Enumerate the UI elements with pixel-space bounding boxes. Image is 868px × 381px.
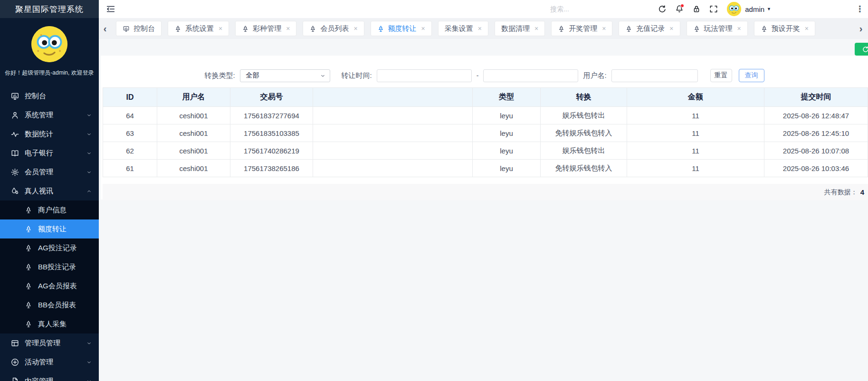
sidebar: 聚星国际管理系统 你好！超级管理员-admin, 欢迎登录 控制台 系统管理 数…: [0, 0, 99, 381]
table-cell: 娱乐钱包转出: [541, 142, 627, 160]
table-cell: 2025-08-26 10:07:08: [764, 142, 868, 160]
tree-icon: [25, 225, 32, 233]
tabs-scroll-left-button[interactable]: ‹: [99, 23, 111, 34]
sidebar-item-label: 内容管理: [25, 377, 53, 381]
table-cell: 62: [103, 142, 157, 160]
sidebar-subitem-label: BB会员报表: [38, 301, 76, 310]
transfer-type-label: 转换类型:: [204, 71, 235, 80]
tab-dashboard[interactable]: 控制台: [116, 21, 162, 36]
transfer-type-selected-value: 全部: [246, 71, 259, 80]
sidebar-item-admin-management[interactable]: 管理员管理: [0, 333, 99, 352]
sidebar-subitem-ag-bet-records[interactable]: AG投注记录: [0, 238, 99, 257]
sidebar-subitem-ag-member-report[interactable]: AG会员报表: [0, 276, 99, 295]
tab-label: 开奖管理: [569, 24, 597, 33]
transfer-time-start-input[interactable]: [377, 69, 472, 82]
sidebar-item-member-management[interactable]: 会员管理: [0, 162, 99, 181]
username-input[interactable]: [611, 69, 698, 82]
reset-button[interactable]: 重置: [710, 69, 732, 82]
close-icon[interactable]: ×: [737, 25, 741, 32]
table-row: 62 ceshi001 17561740286219 leyu 娱乐钱包转出 1…: [103, 142, 868, 160]
sidebar-subitem-label: 真人采集: [38, 320, 67, 329]
more-options-button[interactable]: ⋮: [856, 5, 864, 13]
table-row: 64 ceshi001 17561837277694 leyu 娱乐钱包转出 1…: [103, 107, 868, 124]
notifications-button[interactable]: [674, 3, 685, 15]
close-icon[interactable]: ×: [669, 25, 673, 32]
sidebar-subitem-bb-member-report[interactable]: BB会员报表: [0, 295, 99, 314]
close-icon[interactable]: ×: [421, 25, 425, 32]
refresh-panel-button[interactable]: [855, 43, 868, 56]
col-header-empty: [313, 88, 473, 107]
sidebar-item-label: 系统管理: [25, 111, 53, 120]
transfer-type-select[interactable]: 全部: [240, 69, 330, 82]
refresh-button[interactable]: [657, 3, 668, 15]
tree-icon: [242, 25, 249, 32]
sidebar-subitem-label: 商户信息: [38, 206, 67, 215]
table-cell: leyu: [473, 124, 541, 142]
chevron-down-icon: [86, 131, 92, 137]
sidebar-item-content-management[interactable]: 内容管理: [0, 371, 99, 381]
table-cell: ceshi001: [157, 142, 230, 160]
expand-icon: [709, 4, 718, 14]
close-icon[interactable]: ×: [602, 25, 606, 32]
sidebar-subitem-quota-transfer[interactable]: 额度转让: [0, 219, 99, 238]
tab-lottery-management[interactable]: 彩种管理 ×: [235, 21, 296, 36]
header-actions: admin ▼ ⋮: [550, 2, 865, 16]
tree-icon: [761, 25, 768, 32]
query-button[interactable]: 查询: [739, 69, 764, 82]
refresh-icon: [658, 4, 667, 14]
doc-icon: [10, 377, 19, 381]
tree-icon: [25, 206, 32, 214]
sidebar-menu: 控制台 系统管理 数据统计 电子银行 会员管理 真人视讯: [0, 86, 99, 381]
tab-member-list[interactable]: 会员列表 ×: [303, 21, 364, 36]
chevron-down-icon: [86, 359, 92, 365]
close-icon[interactable]: ×: [478, 25, 482, 32]
sidebar-item-dashboard[interactable]: 控制台: [0, 86, 99, 105]
sidebar-item-label: 电子银行: [25, 149, 53, 158]
sidebar-subitem-label: AG投注记录: [38, 244, 77, 253]
tab-system-settings[interactable]: 系统设置 ×: [168, 21, 229, 36]
tab-quota-transfer[interactable]: 额度转让 ×: [371, 21, 432, 36]
chevron-down-icon: [86, 340, 92, 346]
date-range-separator: -: [477, 72, 479, 79]
table-row: 63 ceshi001 17561835103385 leyu 免转娱乐钱包转入…: [103, 124, 868, 142]
sidebar-item-system-management[interactable]: 系统管理: [0, 105, 99, 124]
search-input[interactable]: [550, 5, 631, 13]
close-icon[interactable]: ×: [534, 25, 538, 32]
close-icon[interactable]: ×: [286, 25, 290, 32]
user-menu[interactable]: admin: [745, 5, 764, 13]
tree-icon: [25, 282, 32, 290]
sidebar-subitem-live-collect[interactable]: 真人采集: [0, 314, 99, 333]
sidebar-item-ebank[interactable]: 电子银行: [0, 143, 99, 162]
table-header-row: ID 用户名 交易号 类型 转换 金额 提交时间: [103, 88, 868, 107]
tab-draw-management[interactable]: 开奖管理 ×: [551, 21, 612, 36]
close-icon[interactable]: ×: [353, 25, 357, 32]
tab-play-management[interactable]: 玩法管理 ×: [687, 21, 748, 36]
dashboard-icon: [123, 25, 130, 32]
col-header-amount: 金额: [627, 88, 764, 107]
sidebar-item-label: 控制台: [25, 92, 46, 101]
fullscreen-button[interactable]: [708, 3, 719, 15]
sidebar-subitem-merchant-info[interactable]: 商户信息: [0, 200, 99, 219]
sidebar-item-data-statistics[interactable]: 数据统计: [0, 124, 99, 143]
sidebar-item-live-video[interactable]: 真人视讯: [0, 181, 99, 200]
tab-collect-settings[interactable]: 采集设置 ×: [438, 21, 488, 36]
col-header-submit-time: 提交时间: [764, 88, 868, 107]
lock-screen-button[interactable]: [691, 3, 702, 15]
tab-recharge-records[interactable]: 充值记录 ×: [619, 21, 680, 36]
close-icon[interactable]: ×: [219, 25, 222, 32]
tab-preset-draw[interactable]: 预设开奖 ×: [754, 21, 815, 36]
menu-fold-button[interactable]: [105, 3, 117, 15]
tabs-scroll-right-button[interactable]: ›: [855, 23, 867, 34]
user-avatar-small[interactable]: [727, 2, 741, 16]
tab-data-cleanup[interactable]: 数据清理 ×: [495, 21, 545, 36]
transfer-time-end-input[interactable]: [483, 69, 578, 82]
sidebar-item-label: 会员管理: [25, 168, 53, 177]
close-icon[interactable]: ×: [805, 25, 809, 32]
book-icon: [10, 149, 19, 158]
lock-icon: [692, 4, 701, 14]
sidebar-submenu-live-video: 商户信息 额度转让 AG投注记录 BB投注记录 AG会员报表 BB会员报表: [0, 200, 99, 333]
table-cell: 17561740286219: [230, 142, 313, 160]
sidebar-item-activity-management[interactable]: 活动管理: [0, 352, 99, 371]
filter-bar: 转换类型: 全部 转让时间: - 用户名: 重置 查询: [101, 69, 868, 82]
sidebar-subitem-bb-bet-records[interactable]: BB投注记录: [0, 257, 99, 276]
